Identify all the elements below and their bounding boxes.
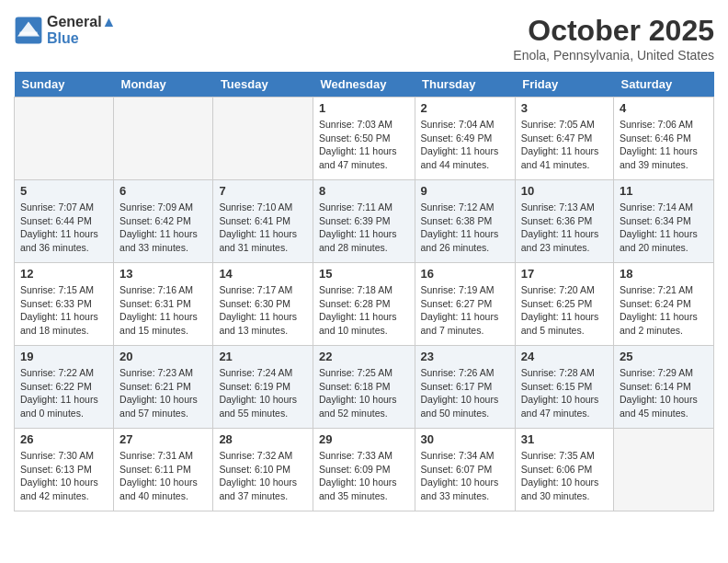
empty-cell [614, 429, 714, 511]
location: Enola, Pennsylvania, United States [513, 48, 714, 63]
cell-date: 10 [521, 184, 608, 198]
cell-info: Sunrise: 7:29 AM Sunset: 6:14 PM Dayligh… [620, 366, 708, 420]
day-cell-13: 13Sunrise: 7:16 AM Sunset: 6:31 PM Dayli… [114, 263, 213, 346]
day-cell-19: 19Sunrise: 7:22 AM Sunset: 6:22 PM Dayli… [15, 346, 114, 429]
day-cell-18: 18Sunrise: 7:21 AM Sunset: 6:24 PM Dayli… [614, 263, 714, 346]
day-cell-25: 25Sunrise: 7:29 AM Sunset: 6:14 PM Dayli… [614, 346, 714, 429]
day-cell-30: 30Sunrise: 7:34 AM Sunset: 6:07 PM Dayli… [415, 429, 515, 511]
cell-info: Sunrise: 7:24 AM Sunset: 6:19 PM Dayligh… [219, 366, 307, 420]
cell-date: 26 [20, 432, 108, 446]
cell-date: 30 [421, 432, 509, 446]
empty-cell [213, 98, 313, 180]
week-row-2: 5Sunrise: 7:07 AM Sunset: 6:44 PM Daylig… [15, 180, 714, 263]
cell-date: 1 [319, 101, 409, 115]
cell-date: 17 [521, 267, 608, 281]
cell-date: 19 [20, 350, 108, 363]
day-cell-7: 7Sunrise: 7:10 AM Sunset: 6:41 PM Daylig… [213, 180, 313, 263]
cell-date: 22 [319, 350, 409, 363]
cell-date: 3 [521, 101, 608, 115]
cell-info: Sunrise: 7:10 AM Sunset: 6:41 PM Dayligh… [219, 201, 307, 255]
cell-info: Sunrise: 7:11 AM Sunset: 6:39 PM Dayligh… [319, 201, 409, 255]
day-header-thursday: Thursday [415, 72, 515, 98]
day-cell-8: 8Sunrise: 7:11 AM Sunset: 6:39 PM Daylig… [313, 180, 415, 263]
day-cell-9: 9Sunrise: 7:12 AM Sunset: 6:38 PM Daylig… [415, 180, 515, 263]
cell-date: 2 [421, 101, 509, 115]
day-cell-5: 5Sunrise: 7:07 AM Sunset: 6:44 PM Daylig… [15, 180, 114, 263]
cell-date: 9 [421, 184, 509, 198]
cell-info: Sunrise: 7:21 AM Sunset: 6:24 PM Dayligh… [620, 283, 708, 338]
cell-date: 11 [620, 184, 708, 198]
cell-info: Sunrise: 7:20 AM Sunset: 6:25 PM Dayligh… [521, 283, 608, 338]
svg-rect-2 [19, 32, 37, 35]
day-header-tuesday: Tuesday [213, 72, 313, 98]
cell-info: Sunrise: 7:06 AM Sunset: 6:46 PM Dayligh… [620, 118, 708, 172]
cell-date: 18 [620, 267, 708, 281]
cell-info: Sunrise: 7:16 AM Sunset: 6:31 PM Dayligh… [119, 283, 207, 338]
cell-date: 21 [219, 350, 307, 363]
cell-info: Sunrise: 7:26 AM Sunset: 6:17 PM Dayligh… [421, 366, 509, 420]
day-header-wednesday: Wednesday [313, 72, 415, 98]
day-cell-16: 16Sunrise: 7:19 AM Sunset: 6:27 PM Dayli… [415, 263, 515, 346]
cell-date: 13 [119, 267, 207, 281]
day-header-saturday: Saturday [614, 72, 714, 98]
cell-info: Sunrise: 7:07 AM Sunset: 6:44 PM Dayligh… [20, 201, 108, 255]
cell-date: 20 [119, 350, 207, 363]
day-header-monday: Monday [114, 72, 213, 98]
day-cell-10: 10Sunrise: 7:13 AM Sunset: 6:36 PM Dayli… [515, 180, 613, 263]
cell-info: Sunrise: 7:15 AM Sunset: 6:33 PM Dayligh… [20, 283, 108, 338]
cell-info: Sunrise: 7:19 AM Sunset: 6:27 PM Dayligh… [421, 283, 509, 338]
cell-info: Sunrise: 7:13 AM Sunset: 6:36 PM Dayligh… [521, 201, 608, 255]
cell-info: Sunrise: 7:04 AM Sunset: 6:49 PM Dayligh… [421, 118, 509, 172]
week-row-5: 26Sunrise: 7:30 AM Sunset: 6:13 PM Dayli… [15, 429, 714, 511]
day-cell-15: 15Sunrise: 7:18 AM Sunset: 6:28 PM Dayli… [313, 263, 415, 346]
week-row-3: 12Sunrise: 7:15 AM Sunset: 6:33 PM Dayli… [15, 263, 714, 346]
empty-cell [114, 98, 213, 180]
cell-date: 7 [219, 184, 307, 198]
day-cell-21: 21Sunrise: 7:24 AM Sunset: 6:19 PM Dayli… [213, 346, 313, 429]
cell-info: Sunrise: 7:05 AM Sunset: 6:47 PM Dayligh… [521, 118, 608, 172]
day-cell-12: 12Sunrise: 7:15 AM Sunset: 6:33 PM Dayli… [15, 263, 114, 346]
calendar-table: SundayMondayTuesdayWednesdayThursdayFrid… [14, 72, 714, 511]
cell-date: 23 [421, 350, 509, 363]
cell-info: Sunrise: 7:25 AM Sunset: 6:18 PM Dayligh… [319, 366, 409, 420]
days-header-row: SundayMondayTuesdayWednesdayThursdayFrid… [15, 72, 714, 98]
cell-date: 15 [319, 267, 409, 281]
day-cell-20: 20Sunrise: 7:23 AM Sunset: 6:21 PM Dayli… [114, 346, 213, 429]
cell-info: Sunrise: 7:23 AM Sunset: 6:21 PM Dayligh… [119, 366, 207, 420]
cell-info: Sunrise: 7:18 AM Sunset: 6:28 PM Dayligh… [319, 283, 409, 338]
day-cell-2: 2Sunrise: 7:04 AM Sunset: 6:49 PM Daylig… [415, 98, 515, 180]
day-cell-28: 28Sunrise: 7:32 AM Sunset: 6:10 PM Dayli… [213, 429, 313, 511]
day-cell-29: 29Sunrise: 7:33 AM Sunset: 6:09 PM Dayli… [313, 429, 415, 511]
cell-date: 24 [521, 350, 608, 363]
cell-info: Sunrise: 7:31 AM Sunset: 6:11 PM Dayligh… [119, 449, 207, 503]
cell-date: 29 [319, 432, 409, 446]
cell-date: 31 [521, 432, 608, 446]
day-cell-22: 22Sunrise: 7:25 AM Sunset: 6:18 PM Dayli… [313, 346, 415, 429]
cell-info: Sunrise: 7:03 AM Sunset: 6:50 PM Dayligh… [319, 118, 409, 172]
day-cell-3: 3Sunrise: 7:05 AM Sunset: 6:47 PM Daylig… [515, 98, 613, 180]
day-header-friday: Friday [515, 72, 613, 98]
cell-date: 25 [620, 350, 708, 363]
day-cell-31: 31Sunrise: 7:35 AM Sunset: 6:06 PM Dayli… [515, 429, 613, 511]
week-row-4: 19Sunrise: 7:22 AM Sunset: 6:22 PM Dayli… [15, 346, 714, 429]
cell-info: Sunrise: 7:12 AM Sunset: 6:38 PM Dayligh… [421, 201, 509, 255]
cell-info: Sunrise: 7:09 AM Sunset: 6:42 PM Dayligh… [119, 201, 207, 255]
cell-date: 28 [219, 432, 307, 446]
cell-date: 12 [20, 267, 108, 281]
day-cell-14: 14Sunrise: 7:17 AM Sunset: 6:30 PM Dayli… [213, 263, 313, 346]
cell-date: 4 [620, 101, 708, 115]
cell-date: 5 [20, 184, 108, 198]
cell-info: Sunrise: 7:33 AM Sunset: 6:09 PM Dayligh… [319, 449, 409, 503]
cell-info: Sunrise: 7:17 AM Sunset: 6:30 PM Dayligh… [219, 283, 307, 338]
cell-date: 16 [421, 267, 509, 281]
day-cell-27: 27Sunrise: 7:31 AM Sunset: 6:11 PM Dayli… [114, 429, 213, 511]
cell-info: Sunrise: 7:34 AM Sunset: 6:07 PM Dayligh… [421, 449, 509, 503]
logo: General▲ Blue [14, 14, 116, 47]
day-cell-26: 26Sunrise: 7:30 AM Sunset: 6:13 PM Dayli… [15, 429, 114, 511]
day-cell-1: 1Sunrise: 7:03 AM Sunset: 6:50 PM Daylig… [313, 98, 415, 180]
day-cell-11: 11Sunrise: 7:14 AM Sunset: 6:34 PM Dayli… [614, 180, 714, 263]
cell-info: Sunrise: 7:28 AM Sunset: 6:15 PM Dayligh… [521, 366, 608, 420]
week-row-1: 1Sunrise: 7:03 AM Sunset: 6:50 PM Daylig… [15, 98, 714, 180]
cell-info: Sunrise: 7:30 AM Sunset: 6:13 PM Dayligh… [20, 449, 108, 503]
day-cell-4: 4Sunrise: 7:06 AM Sunset: 6:46 PM Daylig… [614, 98, 714, 180]
